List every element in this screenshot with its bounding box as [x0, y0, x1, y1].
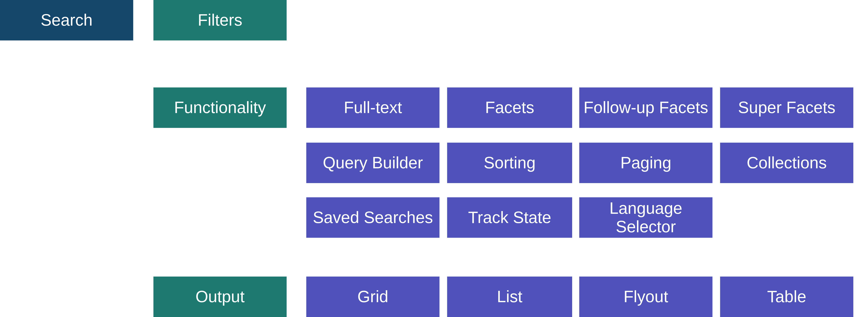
node-label: Saved Searches [313, 208, 433, 227]
node-search: Search [0, 0, 133, 40]
node-label: List [497, 288, 522, 306]
node-sorting: Sorting [447, 143, 572, 183]
node-follow-up-facets: Follow-up Facets [579, 87, 712, 128]
node-grid: Grid [306, 277, 439, 317]
diagram-canvas: Search Filters Functionality Full-text F… [0, 0, 863, 317]
node-label: Paging [620, 153, 672, 172]
node-full-text: Full-text [306, 87, 439, 128]
node-label: Table [767, 288, 806, 306]
node-list: List [447, 277, 572, 317]
node-label: Collections [747, 153, 827, 172]
node-collections: Collections [720, 143, 853, 183]
node-super-facets: Super Facets [720, 87, 853, 128]
node-flyout: Flyout [579, 277, 712, 317]
node-track-state: Track State [447, 197, 572, 238]
node-label: Sorting [484, 153, 535, 172]
node-label: Super Facets [738, 98, 835, 117]
section-header-functionality: Functionality [153, 87, 286, 128]
node-label: Filters [198, 11, 242, 29]
node-label: Search [40, 11, 93, 29]
node-label: Flyout [623, 288, 668, 306]
node-filters: Filters [153, 0, 286, 40]
section-header-output: Output [153, 277, 286, 317]
section-label: Functionality [174, 98, 266, 117]
node-label: Track State [468, 208, 551, 227]
node-label: Facets [485, 98, 534, 117]
node-label: Language Selector [579, 199, 712, 236]
node-label: Query Builder [323, 153, 423, 172]
node-paging: Paging [579, 143, 712, 183]
node-table: Table [720, 277, 853, 317]
node-language-selector: Language Selector [579, 197, 712, 238]
section-label: Output [195, 288, 245, 306]
node-label: Grid [358, 288, 389, 306]
node-facets: Facets [447, 87, 572, 128]
node-query-builder: Query Builder [306, 143, 439, 183]
node-label: Full-text [344, 98, 402, 117]
node-saved-searches: Saved Searches [306, 197, 439, 238]
node-label: Follow-up Facets [584, 98, 708, 117]
